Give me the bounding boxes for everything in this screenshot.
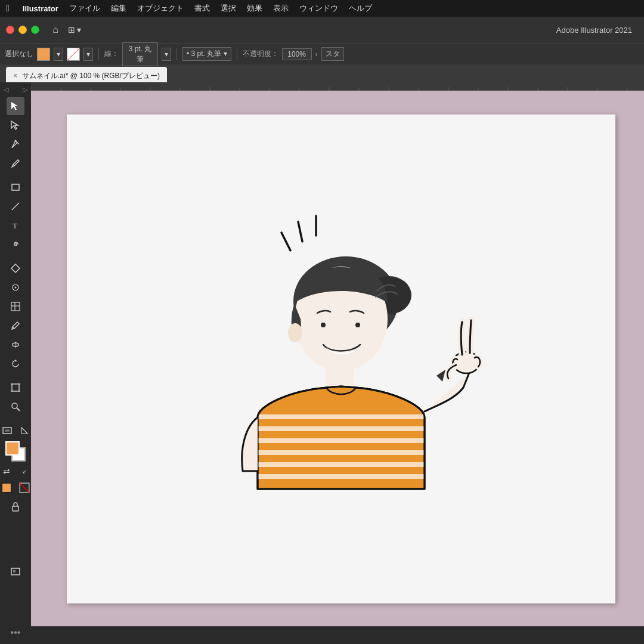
- canvas-status-bar: [31, 626, 644, 644]
- separator-3: [237, 48, 237, 60]
- menu-help[interactable]: ヘルプ: [349, 3, 372, 14]
- line-tool-button[interactable]: [7, 197, 24, 215]
- warp-tool-button[interactable]: [7, 336, 24, 354]
- artboard-tool-button[interactable]: [7, 379, 24, 397]
- svg-point-57: [288, 323, 302, 342]
- svg-rect-60: [258, 438, 425, 443]
- illustration: [198, 203, 484, 515]
- svg-point-2: [15, 140, 17, 142]
- svg-rect-22: [2, 483, 11, 493]
- fill-dropdown[interactable]: ▾: [54, 48, 63, 61]
- opacity-input[interactable]: 100%: [282, 48, 312, 60]
- svg-point-67: [355, 323, 360, 327]
- minimize-window-button[interactable]: [18, 26, 27, 34]
- brush-description[interactable]: • 3 pt. 丸筆 ▾: [182, 47, 231, 61]
- menu-illustrator[interactable]: Illustrator: [23, 4, 58, 13]
- foreground-color-swatch[interactable]: [5, 441, 20, 456]
- swap-colors-button[interactable]: ⇄: [0, 465, 14, 478]
- color-pair: [5, 441, 26, 462]
- svg-rect-62: [258, 462, 425, 467]
- menu-edit[interactable]: 編集: [111, 3, 126, 14]
- pen-tool-button[interactable]: [7, 135, 24, 153]
- svg-line-4: [12, 203, 19, 210]
- tab-close-button[interactable]: ×: [13, 72, 17, 80]
- svg-rect-28: [31, 82, 644, 91]
- rectangle-tool-button[interactable]: [7, 178, 24, 196]
- tab-label: サムネイル.ai* @ 100 % (RGB/プレビュー): [22, 71, 160, 81]
- menu-object[interactable]: オブジェクト: [137, 3, 184, 14]
- menu-view[interactable]: 表示: [273, 3, 289, 14]
- traffic-lights[interactable]: [6, 26, 39, 34]
- svg-line-24: [20, 483, 29, 493]
- separator-1: [98, 48, 99, 60]
- stroke-label: 線：: [104, 49, 119, 59]
- menu-window[interactable]: ウィンドウ: [299, 3, 338, 14]
- shape-builder-tool-button[interactable]: [7, 298, 24, 315]
- fill-stroke-icons: [0, 481, 32, 494]
- svg-rect-3: [12, 184, 19, 190]
- svg-marker-0: [11, 102, 18, 110]
- svg-rect-25: [13, 506, 18, 511]
- application-toolbar: ⌂ ⊞ ▾ Adobe Illustrator 2021: [0, 17, 644, 43]
- stroke-value-input[interactable]: 3 pt. 丸筆: [122, 42, 158, 66]
- opacity-more[interactable]: ›: [315, 50, 318, 58]
- artboard: [67, 114, 615, 603]
- stroke-dropdown[interactable]: ▾: [83, 48, 93, 61]
- menu-type[interactable]: 書式: [194, 3, 210, 14]
- svg-point-18: [12, 403, 17, 408]
- svg-marker-65: [436, 370, 445, 382]
- zoom-tool-button[interactable]: [7, 398, 24, 416]
- panel-arrow-left[interactable]: ◁: [4, 86, 8, 94]
- mesh-tool-button[interactable]: [7, 278, 24, 296]
- tools-panel: ◁ ▷ T: [0, 82, 31, 644]
- selection-label: 選択なし: [5, 49, 33, 59]
- svg-point-66: [321, 323, 326, 327]
- fill-none-button[interactable]: [0, 481, 14, 494]
- home-button[interactable]: ⌂: [48, 22, 63, 38]
- panel-arrow-right[interactable]: ▷: [23, 86, 27, 94]
- menu-select[interactable]: 選択: [221, 3, 236, 14]
- menubar:  Illustrator ファイル 編集 オブジェクト 書式 選択 効果 表示…: [0, 0, 644, 17]
- maximize-window-button[interactable]: [31, 26, 39, 34]
- lock-icon[interactable]: [7, 498, 24, 516]
- reset-colors-button[interactable]: [17, 424, 32, 437]
- svg-rect-59: [258, 426, 425, 431]
- canvas-area: [31, 82, 644, 644]
- svg-line-51: [298, 222, 302, 242]
- direct-select-tool-button[interactable]: [7, 116, 24, 134]
- text-tool-button[interactable]: T: [7, 216, 24, 234]
- separator-2: [177, 48, 177, 60]
- default-colors-button[interactable]: ↙: [17, 465, 32, 478]
- svg-text:T: T: [13, 221, 17, 230]
- fill-color-swatch[interactable]: [37, 48, 50, 61]
- close-window-button[interactable]: [6, 26, 14, 34]
- options-bar: 選択なし ▾ ▾ 線： 3 pt. 丸筆 ▾ • 3 pt. 丸筆 ▾ 不透明度…: [0, 43, 644, 64]
- stroke-val-dropdown[interactable]: ▾: [162, 48, 171, 61]
- stroke-none-button[interactable]: [17, 481, 32, 494]
- artboard-view-button[interactable]: [7, 562, 24, 580]
- spiral-tool-button[interactable]: [7, 236, 24, 253]
- select-tool-button[interactable]: [7, 97, 24, 115]
- svg-rect-13: [12, 384, 19, 391]
- svg-rect-58: [258, 414, 425, 419]
- menu-effect[interactable]: 効果: [247, 3, 262, 14]
- main-area: ◁ ▷ T: [0, 82, 644, 644]
- style-button[interactable]: スタ: [321, 47, 344, 61]
- stroke-swatch[interactable]: [67, 48, 80, 61]
- svg-rect-21: [5, 429, 10, 432]
- grid-view-button[interactable]: ⊞ ▾: [67, 22, 82, 38]
- rotate-tool-button[interactable]: [7, 355, 24, 373]
- canvas-background: [31, 91, 644, 626]
- more-tools-button[interactable]: •••: [11, 627, 21, 638]
- gradient-tool-button[interactable]: [7, 259, 24, 277]
- panel-collapse-arrows[interactable]: ◁ ▷: [0, 85, 31, 95]
- pencil-tool-button[interactable]: [7, 154, 24, 172]
- screen-mode-button[interactable]: [0, 424, 15, 437]
- apple-menu[interactable]: : [6, 3, 10, 14]
- svg-marker-1: [11, 121, 18, 129]
- eyedropper-tool-button[interactable]: [7, 317, 24, 335]
- active-tab[interactable]: × サムネイル.ai* @ 100 % (RGB/プレビュー): [6, 67, 167, 82]
- svg-rect-27: [13, 570, 16, 572]
- menu-file[interactable]: ファイル: [69, 3, 100, 14]
- svg-rect-63: [258, 474, 425, 479]
